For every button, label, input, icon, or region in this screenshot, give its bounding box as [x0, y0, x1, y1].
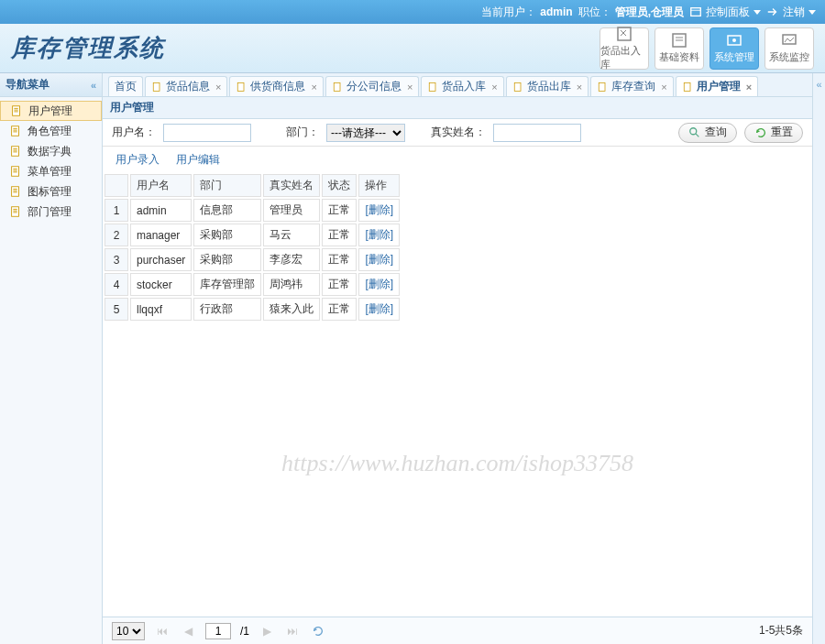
logout-menu[interactable]: 注销	[766, 5, 816, 20]
delete-link[interactable]: [删除]	[358, 298, 400, 321]
tab-label: 分公司信息	[346, 79, 402, 94]
tab-bar: 首页货品信息×供货商信息×分公司信息×货品入库×货品出库×库存查询×用户管理×	[103, 73, 812, 97]
close-icon[interactable]: ×	[309, 82, 316, 93]
close-icon[interactable]: ×	[744, 82, 752, 93]
collapse-left-icon[interactable]: «	[91, 80, 96, 91]
prev-page-button[interactable]: ◀	[180, 623, 196, 639]
close-icon[interactable]: ×	[575, 82, 582, 93]
realname-input[interactable]	[493, 124, 581, 142]
row-number: 4	[104, 273, 128, 296]
current-user: 当前用户： admin	[481, 5, 572, 20]
total-pages: /1	[240, 625, 249, 638]
control-panel-menu[interactable]: 控制面板	[689, 5, 761, 20]
delete-link[interactable]: [删除]	[358, 199, 400, 222]
pagesize-select[interactable]: 10	[112, 622, 145, 640]
sidebar-header: 导航菜单 «	[0, 73, 102, 97]
nav-label: 数据字典	[28, 144, 72, 159]
cell-dept: 行政部	[193, 298, 261, 321]
tab-4[interactable]: 货品入库×	[421, 76, 503, 96]
sidebar-item-0[interactable]: 用户管理	[0, 101, 102, 121]
close-icon[interactable]: ×	[214, 82, 221, 93]
add-user-button[interactable]: 用户录入	[112, 152, 160, 168]
page-icon	[427, 82, 438, 93]
sidebar-item-4[interactable]: 图标管理	[0, 181, 102, 202]
delete-link[interactable]: [删除]	[358, 224, 400, 246]
panel-label: 控制面板	[706, 5, 750, 20]
module-1[interactable]: 基础资料	[654, 27, 704, 70]
cell-realname: 猿来入此	[263, 298, 320, 321]
sidebar-title: 导航菜单	[6, 77, 50, 93]
reset-button[interactable]: 重置	[744, 123, 803, 143]
username-input[interactable]	[163, 124, 251, 142]
table-row[interactable]: 3purchaser采购部李彦宏正常[删除]	[104, 248, 400, 271]
tab-6[interactable]: 库存查询×	[590, 76, 673, 96]
cell-status: 正常	[322, 224, 357, 246]
next-page-button[interactable]: ▶	[258, 623, 275, 639]
edit-user-button[interactable]: 用户编辑	[172, 152, 220, 168]
query-label: 查询	[705, 125, 727, 140]
search-bar: 用户名： 部门： ---请选择--- 真实姓名： 查询 重置	[103, 119, 812, 147]
sidebar-item-5[interactable]: 部门管理	[0, 202, 102, 222]
page-icon	[9, 205, 22, 218]
app-logo: 库存管理系统	[11, 32, 165, 64]
sidebar-item-2[interactable]: 数据字典	[0, 141, 102, 161]
tab-1[interactable]: 货品信息×	[145, 76, 227, 96]
dept-select[interactable]: ---请选择---	[326, 124, 405, 142]
close-icon[interactable]: ×	[490, 82, 497, 93]
page-input[interactable]	[205, 623, 231, 639]
nav-label: 图标管理	[28, 184, 72, 200]
cell-realname: 马云	[263, 224, 320, 246]
reset-label: 重置	[771, 125, 793, 140]
tab-3[interactable]: 分公司信息×	[325, 76, 419, 96]
chevron-down-icon	[754, 10, 761, 15]
svg-point-5	[732, 38, 736, 42]
svg-rect-7	[13, 106, 20, 116]
first-page-button[interactable]: ⏮	[154, 623, 170, 639]
cell-realname: 周鸿祎	[263, 273, 320, 296]
sidebar-item-1[interactable]: 角色管理	[0, 121, 102, 141]
nav-list: 用户管理角色管理数据字典菜单管理图标管理部门管理	[0, 97, 102, 225]
svg-rect-9	[12, 147, 19, 157]
module-icon	[670, 32, 688, 49]
query-button[interactable]: 查询	[678, 123, 737, 143]
table-row[interactable]: 5llqqxf行政部猿来入此正常[删除]	[104, 298, 400, 321]
col-5: 操作	[358, 174, 400, 197]
nav-label: 角色管理	[28, 124, 72, 139]
col-4: 状态	[322, 174, 357, 197]
sidebar-item-3[interactable]: 菜单管理	[0, 161, 102, 181]
module-label: 系统监控	[769, 50, 809, 64]
delete-link[interactable]: [删除]	[358, 273, 400, 296]
tab-0[interactable]: 首页	[108, 76, 143, 96]
role-value: 管理员,仓理员	[615, 5, 684, 20]
tab-label: 货品入库	[442, 79, 486, 94]
refresh-button[interactable]	[310, 623, 326, 639]
close-icon[interactable]: ×	[405, 82, 412, 93]
top-bar: 当前用户： admin 职位： 管理员,仓理员 控制面板 注销	[0, 0, 825, 24]
svg-rect-16	[430, 82, 436, 91]
edit-label: 用户编辑	[176, 152, 220, 168]
tab-label: 库存查询	[611, 79, 655, 94]
cell-dept: 库存管理部	[193, 273, 261, 296]
user-value: admin	[540, 5, 572, 18]
table-row[interactable]: 4stocker库存管理部周鸿祎正常[删除]	[104, 273, 400, 296]
nav-label: 部门管理	[28, 204, 72, 220]
tab-7[interactable]: 用户管理×	[676, 76, 758, 96]
module-3[interactable]: 系统监控	[764, 27, 814, 70]
module-2[interactable]: 系统管理	[710, 27, 759, 70]
right-collapse[interactable]: «	[812, 73, 825, 644]
svg-rect-6	[783, 35, 796, 44]
page-icon	[236, 82, 247, 93]
page-icon	[9, 165, 22, 178]
close-icon[interactable]: ×	[659, 82, 666, 93]
table-row[interactable]: 1admin信息部管理员正常[删除]	[104, 199, 400, 222]
tab-5[interactable]: 货品出库×	[506, 76, 588, 96]
last-page-button[interactable]: ⏭	[284, 623, 301, 639]
row-number: 5	[104, 298, 128, 321]
module-0[interactable]: 货品出入库	[600, 27, 649, 70]
svg-line-21	[696, 133, 699, 136]
module-label: 系统管理	[714, 50, 754, 64]
delete-link[interactable]: [删除]	[358, 248, 400, 271]
table-row[interactable]: 2manager采购部马云正常[删除]	[104, 224, 400, 246]
cell-status: 正常	[322, 199, 357, 222]
tab-2[interactable]: 供货商信息×	[229, 76, 323, 96]
